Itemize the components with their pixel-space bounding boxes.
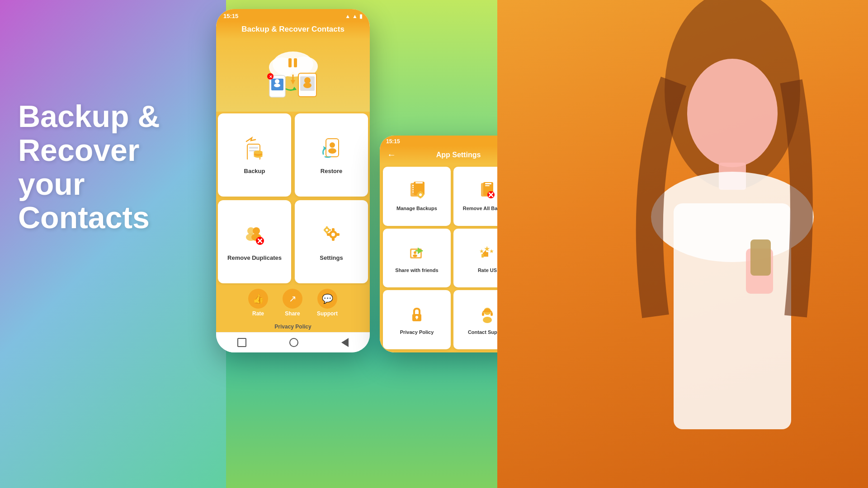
svg-rect-4 <box>294 58 297 67</box>
wifi-icon: ▲ <box>345 13 350 19</box>
back-nav-button[interactable] <box>341 338 349 347</box>
svg-rect-43 <box>326 226 328 228</box>
model-silhouette-svg <box>574 0 845 488</box>
woman-silhouette <box>497 0 868 488</box>
svg-point-55 <box>419 193 422 196</box>
svg-rect-87 <box>674 203 791 429</box>
phone-time: 15:15 <box>223 13 238 19</box>
phone-grid: Backup Restore <box>216 112 370 285</box>
phone-status-bar: 15:15 ▲ ▲ ▮ <box>216 9 370 21</box>
settings-item-share-friends[interactable]: Share with friends <box>383 229 451 288</box>
grid-item-settings[interactable]: Settings <box>295 200 368 283</box>
svg-rect-3 <box>288 58 292 67</box>
rate-us-label: Rate US <box>478 267 497 273</box>
svg-rect-62 <box>485 183 491 184</box>
phone-privacy: Privacy Policy <box>216 320 370 332</box>
settings-label: Settings <box>320 254 343 261</box>
svg-rect-80 <box>482 313 484 316</box>
svg-point-23 <box>254 150 263 154</box>
phone-header: Backup & Recover Contacts <box>216 21 370 39</box>
backup-icon <box>243 136 266 164</box>
svg-marker-6 <box>291 80 295 84</box>
settings-time: 15:15 <box>386 138 400 145</box>
svg-rect-44 <box>326 232 328 234</box>
svg-point-9 <box>304 77 311 84</box>
rate-icon: 👍 <box>248 289 268 309</box>
hero-text-container: Backup & Recover your Contacts <box>18 99 160 235</box>
hero-illustration: ✕ <box>261 48 325 98</box>
square-nav-button[interactable] <box>237 338 246 347</box>
phone-bottom-bar: 👍 Rate ↗ Share 💬 Support <box>216 285 370 320</box>
background-left <box>0 0 226 488</box>
manage-backups-label: Manage Backups <box>396 206 437 211</box>
rate-us-icon: ★ ★ ★ <box>478 243 496 265</box>
contact-support-icon <box>478 305 496 327</box>
svg-rect-59 <box>423 194 424 196</box>
settings-item-manage-backups[interactable]: Manage Backups <box>383 167 451 226</box>
svg-point-82 <box>483 317 492 323</box>
settings-icon <box>320 223 343 251</box>
share-action[interactable]: ↗ Share <box>283 289 302 317</box>
share-friends-icon <box>408 243 426 265</box>
svg-point-30 <box>253 227 260 235</box>
svg-point-42 <box>326 229 328 231</box>
svg-rect-89 <box>750 239 771 276</box>
svg-point-36 <box>331 233 335 236</box>
phone-nav-bar <box>216 332 370 352</box>
rate-action[interactable]: 👍 Rate <box>248 289 268 317</box>
svg-rect-19 <box>249 147 258 149</box>
svg-marker-15 <box>292 87 297 90</box>
svg-rect-58 <box>417 194 418 196</box>
svg-rect-53 <box>415 182 423 183</box>
battery-icon: ▮ <box>359 13 363 19</box>
hero-line4: Contacts <box>18 200 150 235</box>
svg-rect-45 <box>324 229 326 231</box>
svg-rect-38 <box>332 238 335 241</box>
grid-item-restore[interactable]: Restore <box>295 113 368 197</box>
svg-rect-81 <box>491 313 493 316</box>
hero-icon-container: ✕ <box>261 48 325 103</box>
manage-backups-icon <box>408 181 426 203</box>
svg-point-10 <box>303 83 311 88</box>
svg-rect-46 <box>329 229 331 231</box>
backup-label: Backup <box>244 168 265 174</box>
svg-rect-40 <box>336 233 340 236</box>
restore-icon <box>320 136 343 164</box>
svg-text:✕: ✕ <box>269 75 273 79</box>
support-icon: 💬 <box>317 289 337 309</box>
privacy-link[interactable]: Privacy Policy <box>274 324 311 330</box>
svg-point-26 <box>328 148 336 154</box>
svg-point-71 <box>413 254 417 257</box>
remove-duplicates-label: Remove Duplicates <box>227 254 282 261</box>
phone-main: 15:15 ▲ ▲ ▮ Backup & Recover Contacts <box>216 9 370 352</box>
hero-line1: Backup & <box>18 99 160 133</box>
hero-line2: Recover <box>18 133 139 167</box>
svg-point-84 <box>687 59 778 167</box>
svg-rect-37 <box>332 228 335 231</box>
hero-line3: your <box>18 167 85 201</box>
home-nav-button[interactable] <box>289 338 298 347</box>
svg-text:★: ★ <box>489 248 494 254</box>
privacy-label: Privacy Policy <box>400 329 434 335</box>
svg-rect-57 <box>420 197 421 198</box>
phone-title: Backup & Recover Contacts <box>241 25 344 33</box>
svg-point-13 <box>275 79 279 84</box>
svg-rect-56 <box>420 191 421 192</box>
grid-item-backup[interactable]: Backup <box>218 113 291 197</box>
svg-rect-78 <box>416 317 417 319</box>
grid-item-remove-duplicates[interactable]: Remove Duplicates <box>218 200 291 283</box>
support-label: Support <box>317 310 338 317</box>
svg-point-14 <box>274 84 280 87</box>
duplicates-icon <box>243 223 266 251</box>
svg-rect-63 <box>485 185 490 186</box>
svg-point-25 <box>330 142 335 148</box>
status-icons: ▲ ▲ ▮ <box>345 13 363 19</box>
settings-back-button[interactable]: ← <box>387 150 396 160</box>
rate-label: Rate <box>252 310 264 317</box>
settings-item-privacy[interactable]: Privacy Policy <box>383 290 451 349</box>
svg-rect-75 <box>481 254 484 258</box>
woman-photo-area <box>497 0 868 488</box>
share-label: Share <box>285 310 300 317</box>
support-action[interactable]: 💬 Support <box>317 289 338 317</box>
svg-point-70 <box>414 251 416 254</box>
